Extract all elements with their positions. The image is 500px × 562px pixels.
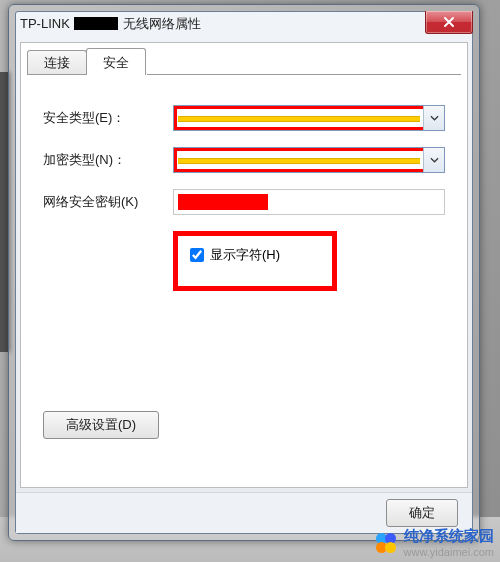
tab-security[interactable]: 安全 <box>86 48 146 75</box>
label-encryption-type: 加密类型(N)： <box>43 151 173 169</box>
advanced-area: 高级设置(D) <box>43 411 159 439</box>
dropdown-arrow[interactable] <box>423 106 444 130</box>
title-redacted <box>74 17 118 30</box>
dialog-inner: TP-LINK 无线网络属性 连接 安全 安全类型(E)： <box>15 11 473 534</box>
watermark-name: 纯净系统家园 <box>404 527 494 546</box>
encryption-type-combo[interactable] <box>173 147 445 173</box>
row-show-chars: 显示字符(H) <box>173 231 445 291</box>
encryption-type-value <box>174 148 423 172</box>
watermark: 纯净系统家园 www.yidaimei.com <box>374 527 494 558</box>
show-chars-input[interactable] <box>190 248 204 262</box>
titlebar: TP-LINK 无线网络属性 <box>16 12 472 38</box>
show-chars-label: 显示字符(H) <box>210 246 280 264</box>
dropdown-arrow[interactable] <box>423 148 444 172</box>
content-panel: 连接 安全 安全类型(E)： 加密类型(N)： <box>20 42 468 488</box>
close-icon <box>443 16 455 28</box>
tab-strip: 连接 安全 <box>27 51 145 75</box>
ok-button[interactable]: 确定 <box>386 499 458 527</box>
security-type-value <box>174 106 423 130</box>
key-redacted <box>178 194 268 210</box>
watermark-logo-icon <box>374 531 398 555</box>
chevron-down-icon <box>430 157 439 163</box>
window-title: TP-LINK 无线网络属性 <box>20 15 201 33</box>
row-security-type: 安全类型(E)： <box>43 105 445 131</box>
advanced-button[interactable]: 高级设置(D) <box>43 411 159 439</box>
form-area: 安全类型(E)： 加密类型(N)： <box>43 105 445 291</box>
highlight-frame: 显示字符(H) <box>173 231 337 291</box>
chevron-down-icon <box>430 115 439 121</box>
watermark-text: 纯净系统家园 www.yidaimei.com <box>404 527 494 558</box>
masked-bar <box>178 116 420 122</box>
label-security-type: 安全类型(E)： <box>43 109 173 127</box>
show-chars-checkbox[interactable]: 显示字符(H) <box>190 246 280 264</box>
row-encryption-type: 加密类型(N)： <box>43 147 445 173</box>
title-suffix: 无线网络属性 <box>123 16 201 31</box>
dialog-window: TP-LINK 无线网络属性 连接 安全 安全类型(E)： <box>8 4 480 541</box>
masked-bar <box>178 158 420 164</box>
row-network-key: 网络安全密钥(K) <box>43 189 445 215</box>
title-prefix: TP-LINK <box>20 16 70 31</box>
label-network-key: 网络安全密钥(K) <box>43 193 173 211</box>
network-key-field[interactable] <box>173 189 445 215</box>
watermark-url: www.yidaimei.com <box>404 546 494 558</box>
security-type-combo[interactable] <box>173 105 445 131</box>
close-button[interactable] <box>425 11 473 34</box>
tab-connection[interactable]: 连接 <box>27 50 87 75</box>
